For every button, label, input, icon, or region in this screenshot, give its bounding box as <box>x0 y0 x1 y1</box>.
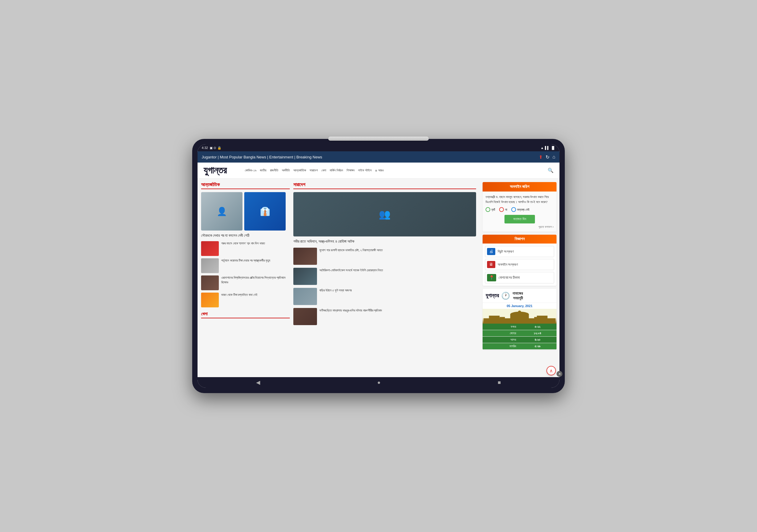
saradesh-section-title: সারাদেশ <box>293 182 476 189</box>
small-news-list: গরুর মাংসে থেকে 'হালাল' শব্দ বাদ দিল ভার… <box>201 241 290 308</box>
center-news-list: মুখোশ পরে রূপালী ব্যাংকে ডাকাতির চেষ্টা,… <box>293 248 476 325</box>
center-news-text-1[interactable]: মুখোশ পরে রূপালী ব্যাংকে ডাকাতির চেষ্টা,… <box>319 248 383 265</box>
nav-sports[interactable]: খেলা <box>321 168 326 172</box>
thumb-1 <box>201 241 219 256</box>
center-thumb-4 <box>293 308 317 325</box>
thumb-2 <box>201 258 219 273</box>
nav-national[interactable]: জাতীয় <box>260 168 266 172</box>
prayer-maghrib: মাগরিব ৫:২৬ <box>483 343 557 350</box>
site-logo[interactable]: যুগান্তর <box>203 165 239 176</box>
radio-yes[interactable] <box>486 207 490 212</box>
center-thumb-3 <box>293 288 317 305</box>
svg-rect-1 <box>489 316 500 318</box>
share-icon[interactable]: ⬆ <box>539 154 543 160</box>
scroll-up-button[interactable]: ∧ <box>546 366 556 375</box>
ad-item-online[interactable]: 🖥 অনলাইন সংস্করণ <box>485 259 554 270</box>
poll-results-link[interactable]: পুরনো ফলাফল › <box>486 225 554 229</box>
center-news-item-2: অটোরিকশা-মোটরসাইকেল সংঘর্ষে সাবেক ইউপি চ… <box>293 268 476 285</box>
nav-international[interactable]: আন্তর্জাতিক <box>293 168 306 172</box>
home-button[interactable]: ● <box>377 379 380 386</box>
mosque-image <box>483 309 557 324</box>
content-area: যুগান্তর কোভিড-১৯ জাতীয় রাজনীতি অর্থনীত… <box>197 163 560 377</box>
fajr-name: ফজর <box>483 324 518 330</box>
center-news-item-4: ফটিকছড়িতে মাদ্রাসায় ভাঙচুর-গুলির ঘটনায… <box>293 308 476 325</box>
nav-covid[interactable]: কোভিড-১৯ <box>245 168 257 172</box>
back-button[interactable]: ◀ <box>256 379 260 386</box>
nav-politics[interactable]: রাজনীতি <box>270 168 278 172</box>
poll-option-nocomment[interactable]: মন্তব্য নেই <box>511 207 530 212</box>
sports-section-title: খেলা <box>201 311 290 318</box>
status-left: 4:32 ▣ ⊙ 🔒 <box>202 146 222 150</box>
fajr-time: ৫:২২ <box>518 324 557 330</box>
ad-online-label: অনলাইন সংস্করণ <box>498 262 518 267</box>
nav-economy[interactable]: অর্থনীতি <box>282 168 290 172</box>
person1-image[interactable]: 👤 <box>201 192 242 230</box>
wifi-icon: ▲ <box>540 146 544 150</box>
advertisement-widget: বিজ্ঞাপন 🖨 প্রিন্ট সংস্করণ 🖥 অনলাইন সংস্… <box>483 235 557 286</box>
status-bar: 4:32 ▣ ⊙ 🔒 ▲ ▌▌ ▐▌ <box>197 144 560 151</box>
poll-widget: অনলাইন জরিপ তথ্যমন্ত্রী ড. হাছান মাহমুদ … <box>483 182 557 232</box>
prayer-title-line1: নামাজের <box>512 291 523 296</box>
prayer-dhuhr: জোহর ১২:০৪ <box>483 330 557 337</box>
refresh-icon[interactable]: ↻ <box>546 154 549 160</box>
center-main-image[interactable]: 👥 <box>293 192 476 236</box>
prayer-times-table: ফজর ৫:২২ জোহর ১২:০৪ আসর ৪:২৩ <box>483 324 557 350</box>
center-thumb-1 <box>293 248 317 265</box>
ad-item-contact[interactable]: 📍 যোগাযোগের ঠিকানা <box>485 272 554 283</box>
center-news-text-4[interactable]: ফটিকছড়িতে মাদ্রাসায় ভাঙচুর-গুলির ঘটনায… <box>319 308 382 325</box>
nav-more[interactable]: ≡ আরও <box>375 168 384 172</box>
android-nav-bar: ◀ ● ■ <box>197 377 560 388</box>
vote-button[interactable]: মতামত দিন <box>504 215 535 223</box>
ad-item-print[interactable]: 🖨 প্রিন্ট সংস্করণ <box>485 246 554 257</box>
radio-nocomment[interactable] <box>511 207 516 212</box>
center-main-headline[interactable]: গভীর রাতে অভিযান, অস্ত্র-গুলিসহ ৪ রোহিঙ্… <box>293 239 476 244</box>
poll-header: অনলাইন জরিপ <box>483 182 557 192</box>
svg-rect-0 <box>484 318 556 324</box>
svg-rect-7 <box>500 317 505 319</box>
home-icon[interactable]: ⌂ <box>552 154 555 160</box>
ad-print-label: প্রিন্ট সংস্করণ <box>498 250 514 254</box>
tablet-screen: 4:32 ▣ ⊙ 🔒 ▲ ▌▌ ▐▌ Jugantor | Most Popul… <box>197 144 560 388</box>
small-news-item-3: এরদোগানের বিশ্ববিদ্যালয়ের রেক্টর নিয়োগ… <box>201 276 290 290</box>
option-no-label: না <box>505 208 507 212</box>
nav-country[interactable]: সারাদেশ <box>310 168 318 172</box>
center-news-text-3[interactable]: বাড়ির উঠানে ৫ ফুট লম্বা অজগর <box>319 288 351 305</box>
small-news-text-4[interactable]: ভারত থেকে টিকা রপ্তানিতে বাধা নেই <box>221 293 257 297</box>
small-news-text-2[interactable]: পর্তুগালে করোনার টিকা দেয়ার পর স্বাস্থ্… <box>221 258 270 263</box>
dhuhr-time: ১২:০৪ <box>518 330 557 337</box>
asr-time: ৪:২৩ <box>518 337 557 343</box>
person2-image[interactable]: 👔 <box>244 192 286 230</box>
option-nocomment-label: মন্তব্য নেই <box>517 208 530 212</box>
small-news-text-3[interactable]: এরদোগানের বিশ্ববিদ্যালয়ের রেক্টর নিয়োগ… <box>221 276 290 284</box>
prayer-header: যুগান্তর 🕐 নামাজের সময়সূচী <box>483 289 557 303</box>
notification-icons: ▣ ⊙ 🔒 <box>210 146 221 150</box>
poll-body: তথ্যমন্ত্রী ড. হাছান মাহমুদ বলেছেন, সরকা… <box>483 192 557 232</box>
monitor-icon: 🖥 <box>487 261 495 268</box>
browser-title: Jugantor | Most Popular Bangla News | En… <box>202 155 536 159</box>
nav-election[interactable]: মার্কিন নির্বাচন <box>330 168 343 172</box>
stylus <box>328 136 429 141</box>
tablet-device: 4:32 ▣ ⊙ 🔒 ▲ ▌▌ ▐▌ Jugantor | Most Popul… <box>192 139 565 393</box>
search-button[interactable]: 🔍 <box>548 167 554 173</box>
small-news-text-1[interactable]: গরুর মাংসে থেকে 'হালাল' শব্দ বাদ দিল ভার… <box>221 241 265 246</box>
international-section-title: আন্তর্জাতিক <box>201 182 290 189</box>
prayer-date: 05 January, 2021 <box>483 303 557 309</box>
poll-option-yes[interactable]: হ্যাঁ <box>486 207 495 212</box>
page-body: আন্তর্জাতিক 👤 👔 সৌরভকে দেখার পর যা বললেন… <box>197 179 560 377</box>
time-display: 4:32 <box>202 146 208 150</box>
nav-lifestyle[interactable]: লাইফ স্টাইল <box>358 168 372 172</box>
poll-question: তথ্যমন্ত্রী ড. হাছান মাহমুদ বলেছেন, সরকা… <box>486 194 554 204</box>
prayer-clock-icon: 🕐 <box>501 292 510 300</box>
center-news-text-2[interactable]: অটোরিকশা-মোটরসাইকেল সংঘর্ষে সাবেক ইউপি চ… <box>319 268 383 285</box>
site-nav: কোভিড-১৯ জাতীয় রাজনীতি অর্থনীতি আন্তর্জ… <box>245 168 542 172</box>
poll-option-no[interactable]: না <box>499 207 507 212</box>
radio-no[interactable] <box>499 207 504 212</box>
poll-options: হ্যাঁ না মন্তব্য নেই <box>486 207 554 212</box>
small-news-item-1: গরুর মাংসে থেকে 'হালাল' শব্দ বাদ দিল ভার… <box>201 241 290 256</box>
center-news-item-3: বাড়ির উঠানে ৫ ফুট লম্বা অজগর <box>293 288 476 305</box>
main-headline[interactable]: সৌরভকে দেখার পর যা বললেন দেবী শেঠি <box>201 233 290 238</box>
recents-button[interactable]: ■ <box>498 379 501 386</box>
ad-body: 🖨 প্রিন্ট সংস্করণ 🖥 অনলাইন সংস্করণ 📍 যোগ… <box>483 244 557 286</box>
nav-education[interactable]: শিক্ষাঙ্গন <box>347 168 354 172</box>
site-header: যুগান্তর কোভিড-১৯ জাতীয় রাজনীতি অর্থনীত… <box>197 163 560 179</box>
